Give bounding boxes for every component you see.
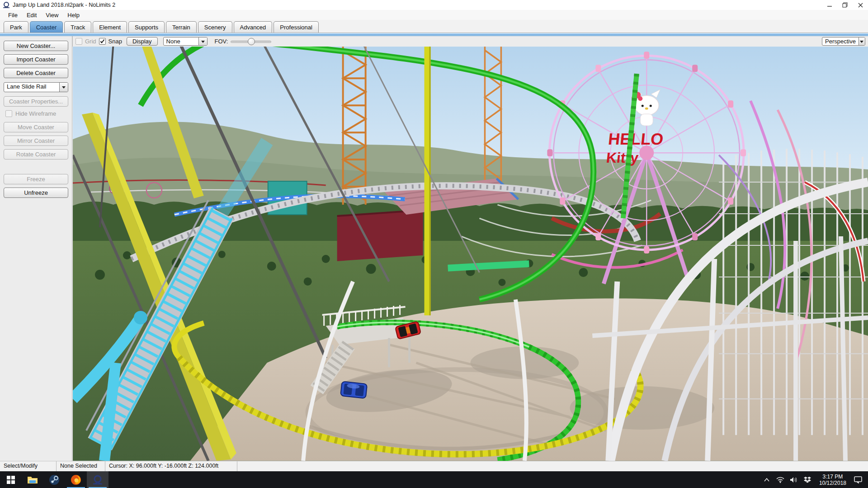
rotate-coaster-button[interactable]: Rotate Coaster [4,149,68,160]
menu-edit[interactable]: Edit [22,11,41,19]
chevron-down-icon [59,83,68,92]
status-mode: Select/Modify [0,461,57,471]
clock-time: 3:17 PM [819,474,846,480]
tray-chevron-up-icon[interactable] [761,474,772,485]
mode-tab-bar: Park Coaster Track Element Supports Terr… [0,20,868,33]
window-title: Jamp Up Land 2018.nl2park - NoLimits 2 [13,2,115,8]
tab-terrain[interactable]: Terrain [166,21,197,33]
volume-icon[interactable] [788,474,799,485]
fov-slider[interactable] [231,38,271,45]
dropbox-icon[interactable] [802,474,813,485]
hide-wireframe-row: Hide Wireframe [5,110,72,117]
close-button[interactable] [853,0,868,10]
tab-supports[interactable]: Supports [128,21,165,33]
tab-track[interactable]: Track [64,21,91,33]
system-tray: 3:17 PM 10/12/2018 [761,471,868,488]
steam-button[interactable] [43,471,65,488]
start-button[interactable] [0,471,22,488]
blue-coaster-car [340,381,367,399]
fov-slider-thumb[interactable] [248,38,255,45]
fov-label: FOV: [215,38,228,45]
display-mode-select[interactable]: None [163,37,208,46]
menu-file[interactable]: File [4,11,22,19]
status-selection: None Selected [57,461,105,471]
camera-mode-value: Perspective [822,38,859,45]
nolimits2-app-button[interactable] [87,471,108,488]
unfreeze-button[interactable]: Unfreeze [4,188,68,198]
chevron-down-icon [198,38,207,45]
grid-checkbox[interactable] [75,38,82,45]
new-coaster-button[interactable]: New Coaster... [4,41,68,51]
hide-wireframe-label: Hide Wireframe [15,110,56,117]
hide-wireframe-checkbox[interactable] [5,110,12,117]
firefox-icon [71,474,81,485]
status-filler [237,461,868,471]
grid-label: Grid [85,38,96,45]
snap-checkbox[interactable] [99,38,106,45]
tab-park[interactable]: Park [4,21,28,33]
display-mode-value: None [164,38,198,45]
nolimits2-window: Jamp Up Land 2018.nl2park - NoLimits 2 F… [0,0,868,488]
accent-divider [0,33,868,36]
coaster-properties-button[interactable]: Coaster Properties... [4,96,68,107]
app-icon [3,1,10,9]
windows-logo-icon [7,476,15,484]
clock-date: 10/12/2018 [819,480,846,486]
move-coaster-button[interactable]: Move Coaster [4,122,68,132]
coaster-select-value: Lane Slide Rail [4,83,59,92]
folder-icon [27,475,38,484]
firefox-button[interactable] [65,471,87,488]
camera-mode-select[interactable]: Perspective [822,37,865,46]
steam-icon [49,474,60,485]
mirror-coaster-button[interactable]: Mirror Coaster [4,136,68,146]
display-button[interactable]: Display [127,37,158,46]
tab-advanced[interactable]: Advanced [234,21,273,33]
tab-coaster[interactable]: Coaster [30,21,63,33]
title-bar: Jamp Up Land 2018.nl2park - NoLimits 2 [0,0,868,10]
menu-help[interactable]: Help [63,11,84,19]
taskbar-clock[interactable]: 3:17 PM 10/12/2018 [816,474,850,486]
dark-red-building [337,210,423,261]
tab-scenery[interactable]: Scenery [198,21,232,33]
restore-button[interactable] [837,0,853,10]
minimize-button[interactable] [822,0,837,10]
taskbar: 3:17 PM 10/12/2018 [0,471,868,488]
wifi-icon[interactable] [775,474,786,485]
nolimits2-icon [92,474,103,485]
coaster-toolbar: Grid Snap Display None FOV: Perspective [72,36,868,47]
status-cursor-coords: Cursor: X: 96.000ft Y: -16.000ft Z: 124.… [105,461,237,471]
ferris-text-hello: HELLO [607,130,664,148]
ferris-text-kitty: Kitty [605,150,639,166]
delete-coaster-button[interactable]: Delete Coaster [4,68,68,78]
tab-professional[interactable]: Professional [274,21,319,33]
menu-bar: File Edit View Help [0,10,868,20]
coaster-select[interactable]: Lane Slide Rail [4,82,68,92]
chevron-down-icon [859,38,865,45]
file-explorer-button[interactable] [22,471,43,488]
snap-label: Snap [108,38,122,45]
viewport-3d[interactable]: HELLO Kitty [73,47,868,461]
status-bar: Select/Modify None Selected Cursor: X: 9… [0,461,868,471]
action-center-icon[interactable] [853,474,863,485]
freeze-button[interactable]: Freeze [4,174,68,184]
menu-view[interactable]: View [41,11,63,19]
coaster-sidebar: New Coaster... Import Coaster Delete Coa… [0,36,72,461]
import-coaster-button[interactable]: Import Coaster [4,54,68,65]
tab-element[interactable]: Element [93,21,127,33]
